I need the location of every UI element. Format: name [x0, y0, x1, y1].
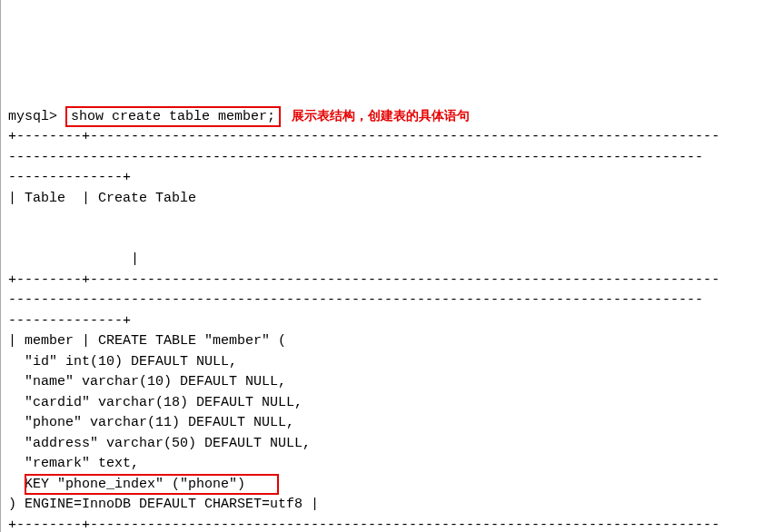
separator-line: +--------+------------------------------…	[8, 129, 719, 144]
separator-line: --------------+	[8, 170, 131, 185]
column-def-cardid: "cardid" varchar(18) DEFAULT NULL,	[8, 395, 303, 410]
separator-line: +--------+------------------------------…	[8, 272, 719, 288]
separator-line: +--------+------------------------------…	[8, 517, 719, 533]
sql-command: show create table member;	[71, 109, 275, 124]
terminal-output: mysql> show create table member;展示表结构，创建…	[8, 85, 767, 532]
key-definition: KEY "phone_index" ("phone")	[8, 477, 245, 492]
separator-line: ----------------------------------------…	[8, 150, 703, 165]
column-def-address: "address" varchar(50) DEFAULT NULL,	[8, 436, 311, 451]
column-def-name: "name" varchar(10) DEFAULT NULL,	[8, 374, 286, 389]
column-def-phone: "phone" varchar(11) DEFAULT NULL,	[8, 415, 294, 430]
table-header-row: | Table | Create Table	[8, 191, 196, 206]
engine-line: ) ENGINE=InnoDB DEFAULT CHARSET=utf8 |	[8, 497, 319, 512]
key-definition-wrapper: KEY "phone_index" ("phone")	[8, 475, 245, 496]
create-table-line: | member | CREATE TABLE "member" (	[8, 333, 286, 349]
annotation-text: 展示表结构，创建表的具体语句	[292, 108, 470, 123]
mysql-prompt: mysql>	[8, 109, 57, 124]
table-header-pipe: |	[8, 251, 139, 267]
separator-line: ----------------------------------------…	[8, 292, 703, 308]
column-def-id: "id" int(10) DEFAULT NULL,	[8, 354, 237, 369]
column-def-remark: "remark" text,	[8, 456, 139, 471]
command-highlight: show create table member;	[65, 106, 281, 128]
separator-line: --------------+	[8, 313, 131, 329]
